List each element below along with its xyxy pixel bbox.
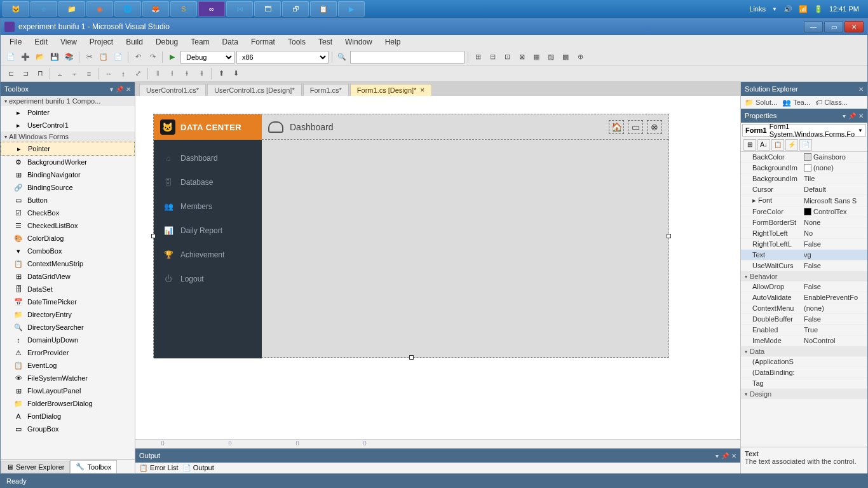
links-menu[interactable]: Links xyxy=(749,5,766,13)
properties-header[interactable]: Properties ▾ 📌 ✕ xyxy=(741,109,867,123)
toolbar-button[interactable]: ▦ xyxy=(530,51,543,64)
property-row[interactable]: ▸ FontMicrosoft Sans S xyxy=(741,195,867,207)
menu-data[interactable]: Data xyxy=(216,36,245,48)
taskbar-app[interactable]: 📋 xyxy=(310,1,337,17)
form-design[interactable]: 🐱 Data Center ⌂Dashboard🗄Database👥Member… xyxy=(153,114,669,358)
taskbar-app[interactable]: e xyxy=(31,1,57,17)
alphabetical-button[interactable]: A↓ xyxy=(757,139,770,151)
pin-icon[interactable]: 📌 xyxy=(116,86,123,93)
toolbox-item[interactable]: ▸UserControl1 xyxy=(1,119,135,132)
property-row[interactable]: (DataBinding: xyxy=(741,367,867,378)
taskbar-app[interactable]: 📁 xyxy=(58,1,85,17)
size-button[interactable]: ↔ xyxy=(102,67,115,80)
cut-button[interactable]: ✂ xyxy=(83,51,95,64)
size-button[interactable]: ↕ xyxy=(117,67,130,80)
form-menu-item[interactable]: 🏆Achievement xyxy=(154,243,262,267)
menu-test[interactable]: Test xyxy=(312,36,339,48)
toolbar-button[interactable]: ⊠ xyxy=(515,51,528,64)
property-row[interactable]: Textvg xyxy=(741,250,867,261)
dropdown-icon[interactable]: ▾ xyxy=(110,86,113,93)
document-tab[interactable]: Form1.cs* xyxy=(303,84,349,96)
categorized-button[interactable]: ⊞ xyxy=(743,139,756,151)
toolbox-item[interactable]: 📅DateTimePicker xyxy=(1,295,135,308)
close-icon[interactable]: ✕ xyxy=(858,112,864,119)
menu-team[interactable]: Team xyxy=(184,36,215,48)
document-tab[interactable]: Form1.cs [Design]* xyxy=(350,84,433,96)
toolbox-item[interactable]: ⚙BackgroundWorker xyxy=(1,156,135,168)
close-icon[interactable]: ✕ xyxy=(858,86,864,93)
error-list-tab[interactable]: 📋 Error List xyxy=(139,464,179,472)
property-category[interactable]: Data xyxy=(741,346,867,356)
form-menu-item[interactable]: ⌂Dashboard xyxy=(154,146,262,170)
toolbox-item[interactable]: 👁FileSystemWatcher xyxy=(1,372,135,384)
property-category[interactable]: Behavior xyxy=(741,271,867,281)
toolbox-item[interactable]: ☑CheckBox xyxy=(1,207,135,219)
toolbox-item[interactable]: 📁DirectoryEntry xyxy=(1,308,135,321)
properties-object-selector[interactable]: Form1Form1 System.Windows.Forms.Fo▼ xyxy=(742,124,866,137)
document-tab[interactable]: UserControl1.cs* xyxy=(139,84,206,96)
toolbar-button[interactable]: ▩ xyxy=(559,51,572,64)
form-menu-item[interactable]: 📊Daily Report xyxy=(154,219,262,243)
property-category[interactable]: Design xyxy=(741,389,867,399)
home-button[interactable]: 🏠 xyxy=(609,120,624,134)
toolbar-button[interactable]: ▨ xyxy=(545,51,557,64)
toolbox-item[interactable]: ↕DomainUpDown xyxy=(1,334,135,346)
property-row[interactable]: DoubleBufferFalse xyxy=(741,314,867,325)
clock[interactable]: 12:41 PM xyxy=(829,5,859,13)
toolbox-item[interactable]: ▸Pointer xyxy=(1,142,135,156)
property-row[interactable]: (ApplicationS xyxy=(741,356,867,367)
start-debug-button[interactable]: ▶ xyxy=(166,51,179,64)
form-menu-item[interactable]: 👥Members xyxy=(154,194,262,219)
menu-file[interactable]: File xyxy=(3,36,28,48)
pin-icon[interactable]: 📌 xyxy=(848,112,856,119)
toolbox-item[interactable]: ▭GroupBox xyxy=(1,423,135,435)
property-row[interactable]: Tag xyxy=(741,378,867,389)
taskbar-app[interactable]: ◉ xyxy=(86,1,113,17)
solution-explorer-header[interactable]: Solution Explorer ✕ xyxy=(741,82,867,96)
toolbox-item[interactable]: ⊞DataGridView xyxy=(1,270,135,283)
toolbox-item[interactable]: ▭Button xyxy=(1,194,135,207)
property-row[interactable]: AllowDropFalse xyxy=(741,281,867,292)
dropdown-icon[interactable]: ▾ xyxy=(715,452,719,459)
close-form-button[interactable]: ⊗ xyxy=(647,120,662,134)
property-row[interactable]: RightToLeftLFalse xyxy=(741,239,867,250)
toolbox-item[interactable]: 🎨ColorDialog xyxy=(1,232,135,245)
pin-icon[interactable]: 📌 xyxy=(721,452,729,459)
toolbox-group[interactable]: experiment bunifu 1 Compo... xyxy=(1,96,135,106)
toolbox-item[interactable]: AFontDialog xyxy=(1,410,135,423)
menu-build[interactable]: Build xyxy=(119,36,149,48)
maximize-button[interactable]: ▭ xyxy=(824,21,843,32)
menu-view[interactable]: View xyxy=(54,36,83,48)
property-row[interactable]: AutoValidateEnablePreventFo xyxy=(741,292,867,303)
taskbar-app[interactable]: 🗔 xyxy=(254,1,281,17)
align-button[interactable]: ≡ xyxy=(83,67,95,80)
output-tab[interactable]: 📄 Output xyxy=(182,464,214,472)
minimize-button[interactable]: — xyxy=(804,21,823,32)
toolbox-item[interactable]: 🗄DataSet xyxy=(1,283,135,295)
toolbox-item[interactable]: ⊞BindingNavigator xyxy=(1,168,135,181)
menu-debug[interactable]: Debug xyxy=(149,36,184,48)
align-button[interactable]: ⫟ xyxy=(68,67,81,80)
find-button[interactable]: 🔍 xyxy=(336,51,348,64)
toolbox-group[interactable]: All Windows Forms xyxy=(1,132,135,142)
toolbar-button[interactable]: ⊕ xyxy=(574,51,587,64)
toolbox-item[interactable]: ▸Pointer xyxy=(1,106,135,119)
save-button[interactable]: 💾 xyxy=(48,51,61,64)
open-button[interactable]: 📂 xyxy=(34,51,46,64)
property-row[interactable]: ForeColorControlTex xyxy=(741,207,867,217)
taskbar-app[interactable]: 🦊 xyxy=(142,1,169,17)
taskbar-app[interactable]: 🗗 xyxy=(282,1,309,17)
align-button[interactable]: ⊏ xyxy=(4,67,17,80)
taskbar-app[interactable]: ▶ xyxy=(338,1,365,17)
toolbox-header[interactable]: Toolbox ▾ 📌 ✕ xyxy=(1,82,135,96)
property-row[interactable]: BackgroundIm(none) xyxy=(741,163,867,173)
dropdown-icon[interactable]: ▾ xyxy=(843,112,846,119)
toolbox-item[interactable]: 🔍DirectorySearcher xyxy=(1,321,135,334)
minimize-form-button[interactable]: ▭ xyxy=(628,120,643,134)
menu-help[interactable]: Help xyxy=(379,36,407,48)
undo-button[interactable]: ↶ xyxy=(132,51,144,64)
align-button[interactable]: ⊓ xyxy=(34,67,46,80)
save-all-button[interactable]: 📚 xyxy=(63,51,76,64)
taskbar-app[interactable]: 🌐 xyxy=(114,1,141,17)
server-explorer-tab[interactable]: 🖥 Server Explorer xyxy=(1,461,70,473)
